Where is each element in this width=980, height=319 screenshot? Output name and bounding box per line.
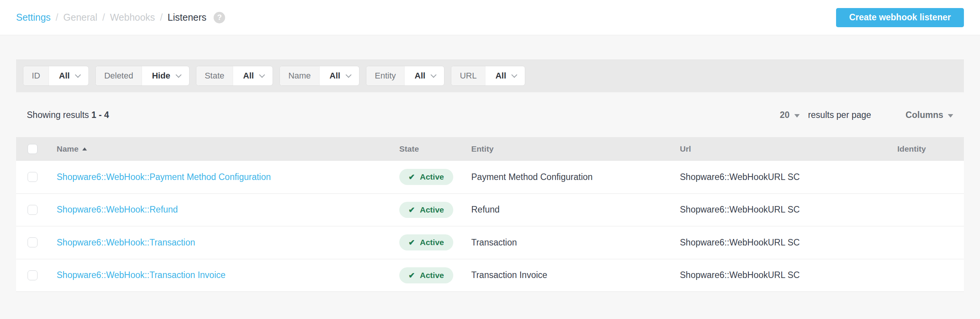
check-icon: ✔ <box>408 172 415 182</box>
per-page-label: results per page <box>808 110 871 120</box>
chevron-down-icon <box>175 72 181 78</box>
chevron-down-icon <box>259 72 265 78</box>
filter-label: ID <box>23 66 49 85</box>
filter-chip-name[interactable]: Name All <box>279 66 359 86</box>
row-checkbox[interactable] <box>28 237 38 247</box>
content-area: ID All Deleted Hide State All Name All <box>0 59 980 292</box>
page-title: Listeners <box>168 12 206 23</box>
per-page-dropdown[interactable]: 20 <box>780 110 800 120</box>
column-header-url[interactable]: Url <box>669 144 887 154</box>
column-header-state[interactable]: State <box>389 144 461 154</box>
filter-chip-state[interactable]: State All <box>196 66 273 86</box>
listener-name-link[interactable]: Shopware6::WebHook::Payment Method Confi… <box>57 172 271 182</box>
breadcrumb-separator: / <box>160 12 163 23</box>
breadcrumb-separator: / <box>102 12 105 23</box>
table-row: Shopware6::WebHook::Transaction ✔ Active… <box>16 226 964 259</box>
table-row: Shopware6::WebHook::Payment Method Confi… <box>16 161 964 194</box>
entity-cell: Transaction Invoice <box>461 270 669 280</box>
filter-chip-id[interactable]: ID All <box>23 66 89 86</box>
triangle-down-icon <box>794 114 800 118</box>
filter-label: URL <box>451 66 485 85</box>
breadcrumb-webhooks: Webhooks <box>110 12 155 23</box>
select-all-checkbox[interactable] <box>28 144 38 154</box>
table-row: Shopware6::WebHook::Transaction Invoice … <box>16 259 964 292</box>
listener-name-link[interactable]: Shopware6::WebHook::Transaction <box>57 237 195 247</box>
url-cell: Shopware6::WebHookURL SC <box>669 270 887 280</box>
create-webhook-listener-button[interactable]: Create webhook listener <box>836 8 964 27</box>
breadcrumb: Settings / General / Webhooks / Listener… <box>16 12 225 23</box>
filter-value: All <box>243 71 254 81</box>
listener-name-link[interactable]: Shopware6::WebHook::Transaction Invoice <box>57 270 225 280</box>
status-badge: ✔ Active <box>399 169 453 185</box>
breadcrumb-general: General <box>63 12 97 23</box>
sort-asc-icon <box>82 147 87 151</box>
filter-chip-deleted[interactable]: Deleted Hide <box>95 66 189 86</box>
check-icon: ✔ <box>408 271 415 280</box>
status-badge: ✔ Active <box>399 202 453 218</box>
results-bar: Showing results 1 - 4 20 results per pag… <box>16 110 964 120</box>
columns-dropdown[interactable]: Columns <box>906 110 953 120</box>
results-range: 1 - 4 <box>91 110 109 120</box>
breadcrumb-separator: / <box>56 12 58 23</box>
filter-bar: ID All Deleted Hide State All Name All <box>16 59 964 92</box>
breadcrumb-settings[interactable]: Settings <box>16 12 51 23</box>
filter-label: Entity <box>366 66 405 85</box>
filter-value: Hide <box>152 71 170 81</box>
chevron-down-icon <box>511 72 518 78</box>
status-badge: ✔ Active <box>399 267 453 283</box>
check-icon: ✔ <box>408 238 415 247</box>
entity-cell: Refund <box>461 204 669 215</box>
status-badge: ✔ Active <box>399 234 453 250</box>
row-checkbox[interactable] <box>28 172 38 182</box>
chevron-down-icon <box>75 72 81 78</box>
help-icon[interactable]: ? <box>214 12 225 23</box>
row-checkbox[interactable] <box>28 270 38 280</box>
triangle-down-icon <box>948 114 953 118</box>
table-header-row: Name State Entity Url Identity <box>16 137 964 161</box>
filter-chip-url[interactable]: URL All <box>451 66 525 86</box>
column-header-name[interactable]: Name <box>57 144 87 154</box>
top-bar: Settings / General / Webhooks / Listener… <box>0 0 980 35</box>
listener-name-link[interactable]: Shopware6::WebHook::Refund <box>57 204 178 214</box>
filter-label: Name <box>280 66 320 85</box>
check-icon: ✔ <box>408 205 415 214</box>
entity-cell: Payment Method Configuration <box>461 172 669 182</box>
filter-value: All <box>330 71 340 81</box>
entity-cell: Transaction <box>461 237 669 248</box>
filter-value: All <box>415 71 425 81</box>
filter-label: State <box>196 66 233 85</box>
url-cell: Shopware6::WebHookURL SC <box>669 237 887 248</box>
url-cell: Shopware6::WebHookURL SC <box>669 204 887 215</box>
column-header-identity[interactable]: Identity <box>887 144 964 154</box>
filter-value: All <box>59 71 70 81</box>
table-row: Shopware6::WebHook::Refund ✔ Active Refu… <box>16 194 964 227</box>
chevron-down-icon <box>346 72 352 78</box>
showing-results-text: Showing results 1 - 4 <box>27 110 109 120</box>
filter-label: Deleted <box>96 66 142 85</box>
url-cell: Shopware6::WebHookURL SC <box>669 172 887 182</box>
filter-chip-entity[interactable]: Entity All <box>366 66 444 86</box>
chevron-down-icon <box>431 72 437 78</box>
filter-value: All <box>495 71 506 81</box>
listeners-table: Name State Entity Url Identity Shopware6… <box>16 137 964 292</box>
column-header-entity[interactable]: Entity <box>461 144 669 154</box>
row-checkbox[interactable] <box>28 205 38 215</box>
